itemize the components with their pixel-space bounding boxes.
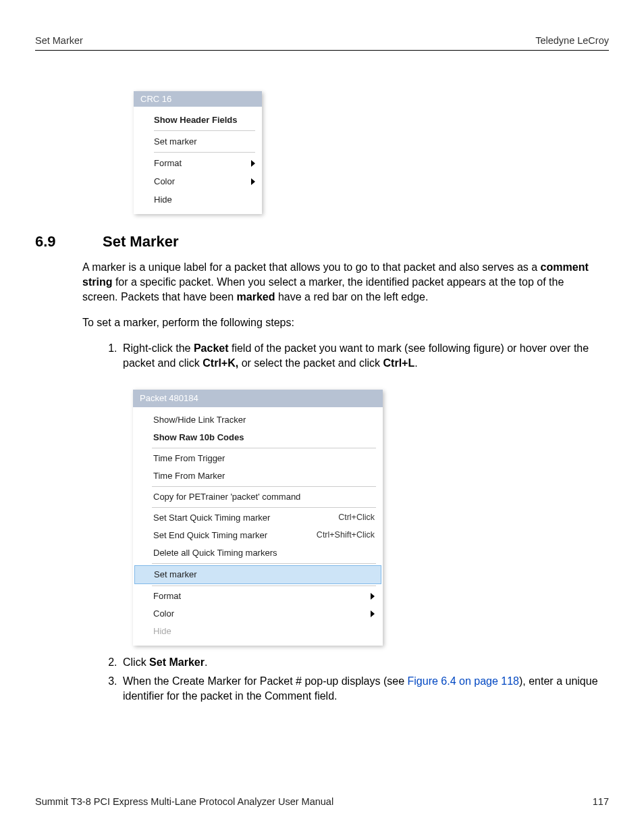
header-left: Set Marker	[35, 35, 83, 46]
menu-divider	[152, 507, 376, 508]
section-title: Set Marker	[103, 233, 179, 251]
menu-item-label: Show Raw 10b Codes	[153, 432, 244, 444]
menu-item-copy-petrainer[interactable]: Copy for PETrainer 'packet' command	[133, 488, 383, 506]
menu-item-color[interactable]: Color	[134, 172, 262, 190]
bold-text: Packet	[194, 342, 229, 354]
text: Click	[123, 656, 149, 668]
page-number: 117	[593, 796, 609, 807]
menu-item-set-end-quick-timing[interactable]: Set End Quick Timing marker Ctrl+Shift+C…	[133, 527, 383, 544]
chevron-right-icon	[371, 593, 375, 600]
page-footer: Summit T3-8 PCI Express Multi-Lane Proto…	[35, 796, 609, 807]
menu-item-format[interactable]: Format	[133, 588, 383, 605]
menu-item-label: Time From Trigger	[153, 452, 225, 465]
menu-item-label: Set marker	[154, 569, 197, 581]
menu-item-label: Copy for PETrainer 'packet' command	[153, 491, 300, 503]
bold-text: Ctrl+L	[383, 357, 415, 369]
menu-item-label: Show Header Fields	[154, 115, 238, 125]
body-paragraph: To set a marker, perform the following s…	[82, 315, 602, 330]
footer-title: Summit T3-8 PCI Express Multi-Lane Proto…	[35, 796, 333, 807]
bold-text: Ctrl+K,	[203, 357, 238, 369]
menu-item-format[interactable]: Format	[134, 154, 262, 172]
menu-item-set-start-quick-timing[interactable]: Set Start Quick Timing marker Ctrl+Click	[133, 509, 383, 527]
text: .	[205, 656, 207, 668]
menu-item-set-marker-selected[interactable]: Set marker	[134, 565, 381, 584]
menu-title: Packet 480184	[133, 390, 383, 407]
menu-item-label: Show/Hide Link Tracker	[153, 414, 246, 426]
menu-body: Show/Hide Link Tracker Show Raw 10b Code…	[133, 407, 383, 645]
menu-divider	[152, 563, 376, 564]
bold-text: Set Marker	[149, 656, 205, 668]
section-heading: 6.9 Set Marker	[35, 233, 602, 251]
step-3: When the Create Marker for Packet # pop-…	[120, 674, 602, 704]
menu-item-delete-all-quick-timing[interactable]: Delete all Quick Timing markers	[133, 544, 383, 562]
text: have a red bar on the left edge.	[275, 291, 429, 303]
menu-item-set-marker[interactable]: Set marker	[134, 132, 262, 151]
header-right: Teledyne LeCroy	[535, 35, 609, 46]
menu-item-label: Time From Marker	[153, 470, 225, 482]
menu-item-time-from-trigger[interactable]: Time From Trigger	[133, 450, 383, 467]
menu-item-label: Hide	[154, 194, 172, 205]
chevron-right-icon	[251, 160, 255, 167]
chevron-right-icon	[251, 178, 255, 185]
menu-item-color[interactable]: Color	[133, 605, 383, 623]
page-header: Set Marker Teledyne LeCroy	[35, 35, 609, 51]
text: Right-click the	[123, 342, 194, 354]
text: When the Create Marker for Packet # pop-…	[123, 675, 408, 687]
menu-item-show-raw-10b-codes[interactable]: Show Raw 10b Codes	[133, 429, 383, 446]
menu-item-label: Color	[154, 176, 175, 186]
menu-item-hide-disabled: Hide	[133, 623, 383, 640]
step-2: Click Set Marker.	[120, 655, 602, 670]
context-menu-crc16: CRC 16 Show Header Fields Set marker For…	[134, 91, 262, 214]
page-content: CRC 16 Show Header Fields Set marker For…	[35, 91, 609, 704]
menu-item-label: Set End Quick Timing marker	[153, 529, 267, 542]
body-paragraph: A marker is a unique label for a packet …	[82, 260, 602, 305]
menu-divider	[154, 152, 255, 153]
menu-item-hide[interactable]: Hide	[134, 190, 262, 209]
bold-text: marked	[237, 291, 275, 303]
menu-item-label: Format	[154, 158, 182, 168]
menu-divider	[152, 486, 376, 487]
chevron-right-icon	[371, 610, 375, 617]
menu-item-show-hide-link-tracker[interactable]: Show/Hide Link Tracker	[133, 411, 383, 429]
menu-item-label: Format	[153, 590, 181, 602]
section-number: 6.9	[35, 233, 82, 251]
menu-item-label: Delete all Quick Timing markers	[153, 547, 277, 559]
shortcut-text: Ctrl+Shift+Click	[317, 529, 375, 541]
menu-title: CRC 16	[134, 91, 262, 107]
menu-item-label: Set Start Quick Timing marker	[153, 512, 270, 524]
menu-item-label: Set marker	[154, 136, 197, 147]
context-menu-packet: Packet 480184 Show/Hide Link Tracker Sho…	[133, 390, 383, 645]
step-1: Right-click the Packet field of the pack…	[120, 341, 602, 645]
menu-divider	[154, 130, 255, 131]
menu-item-show-header-fields[interactable]: Show Header Fields	[134, 111, 262, 129]
text: A marker is a unique label for a packet …	[82, 261, 541, 273]
shortcut-text: Ctrl+Click	[338, 512, 375, 523]
menu-body: Show Header Fields Set marker Format Col…	[134, 107, 262, 214]
text: .	[414, 357, 417, 369]
figure-link[interactable]: Figure 6.4 on page 118	[408, 675, 519, 687]
menu-divider	[152, 448, 376, 448]
menu-item-label: Color	[153, 608, 174, 620]
steps-list: Right-click the Packet field of the pack…	[82, 341, 602, 704]
menu-divider	[152, 585, 376, 586]
menu-item-label: Hide	[153, 625, 171, 637]
text: or select the packet and click	[238, 357, 383, 369]
menu-item-time-from-marker[interactable]: Time From Marker	[133, 467, 383, 485]
